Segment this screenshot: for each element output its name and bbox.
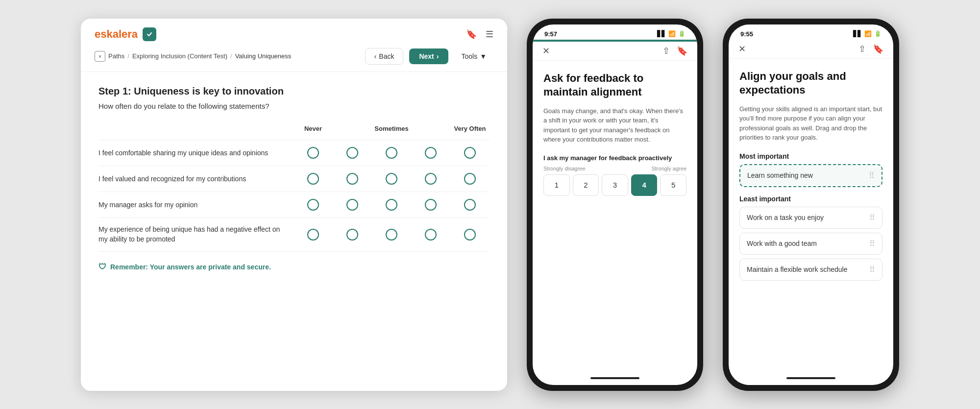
shield-icon: 🛡 bbox=[98, 263, 106, 271]
radio-2-3[interactable] bbox=[386, 173, 397, 185]
radio-3-3[interactable] bbox=[386, 199, 397, 211]
wifi-icon: 📶 bbox=[668, 30, 676, 37]
phone2-mockup: 9:55 ▋▋ 📶 🔋 ✕ ⇧ 🔖 Align your goals and e… bbox=[723, 19, 899, 391]
phone1-nav-right: ⇧ 🔖 bbox=[662, 46, 687, 56]
radio-3-5[interactable] bbox=[464, 199, 476, 211]
next-button[interactable]: Next › bbox=[409, 48, 448, 64]
radio-1-3[interactable] bbox=[386, 147, 397, 159]
radio-3-2[interactable] bbox=[346, 199, 358, 211]
row-label-4: My experience of being unique has had a … bbox=[98, 225, 294, 244]
row-label-2: I feel valued and recognized for my cont… bbox=[98, 174, 294, 184]
radio-3-1[interactable] bbox=[307, 199, 319, 211]
phone2-title: Align your goals and expectations bbox=[739, 70, 882, 97]
phone2-time: 9:55 bbox=[740, 30, 753, 38]
back-button[interactable]: ‹ Back bbox=[365, 48, 404, 65]
back-label: Back bbox=[379, 52, 394, 60]
drag-handle-3[interactable]: ⠿ bbox=[869, 265, 875, 274]
col-very-often: Very Often bbox=[450, 125, 490, 133]
breadcrumb-paths[interactable]: Paths bbox=[108, 52, 124, 60]
scale-btn-2[interactable]: 2 bbox=[573, 174, 599, 196]
radio-4-2[interactable] bbox=[346, 229, 358, 241]
radio-4-4[interactable] bbox=[425, 229, 437, 241]
scale-btn-1[interactable]: 1 bbox=[543, 174, 570, 196]
radio-2-5[interactable] bbox=[464, 173, 476, 185]
home-bar-2 bbox=[786, 377, 835, 379]
phone1-home-indicator bbox=[533, 371, 697, 385]
logo-area: eskalera bbox=[95, 27, 156, 41]
phone1-scale-sublabels: Strongly disagree Strongly agree bbox=[543, 166, 686, 171]
table-row: I feel comfortable sharing my unique ide… bbox=[98, 140, 490, 166]
battery-icon: 🔋 bbox=[874, 30, 882, 37]
phone1-nav: ✕ ⇧ 🔖 bbox=[533, 42, 697, 61]
logo-text: eskalera bbox=[95, 28, 138, 41]
phone2-close-icon[interactable]: ✕ bbox=[738, 44, 746, 54]
phone1-title: Ask for feedback to maintain alignment bbox=[543, 72, 686, 99]
chevron-left-icon: ‹ bbox=[374, 52, 377, 60]
radio-2-2[interactable] bbox=[346, 173, 358, 185]
drag-handle-2[interactable]: ⠿ bbox=[869, 239, 875, 248]
radio-2-1[interactable] bbox=[307, 173, 319, 185]
phone2-screen: 9:55 ▋▋ 📶 🔋 ✕ ⇧ 🔖 Align your goals and e… bbox=[729, 24, 893, 385]
col-sometimes2 bbox=[411, 125, 450, 133]
phone1-scale-label: I ask my manager for feedback proactivel… bbox=[543, 154, 686, 162]
phone1-status-bar: 9:57 ▋▋ 📶 🔋 bbox=[533, 24, 697, 40]
tools-label: Tools bbox=[461, 52, 477, 60]
least-important-goal-2[interactable]: Work with a good team ⠿ bbox=[739, 233, 882, 255]
desktop-content: Step 1: Uniqueness is key to innovation … bbox=[81, 72, 507, 391]
breadcrumb-close-button[interactable]: × bbox=[95, 51, 105, 62]
radio-4-5[interactable] bbox=[464, 229, 476, 241]
scale-strongly-agree: Strongly agree bbox=[651, 166, 686, 171]
phone1-content: Ask for feedback to maintain alignment G… bbox=[533, 61, 697, 371]
scale-btn-5[interactable]: 5 bbox=[660, 174, 686, 196]
radio-2-4[interactable] bbox=[425, 173, 437, 185]
row-label-1: I feel comfortable sharing my unique ide… bbox=[98, 148, 294, 158]
tools-button[interactable]: Tools ▼ bbox=[454, 48, 493, 64]
phone2-share-icon[interactable]: ⇧ bbox=[858, 44, 866, 54]
most-important-goal-card[interactable]: Learn something new ⠿ bbox=[739, 164, 882, 187]
bookmark-icon[interactable]: 🔖 bbox=[466, 29, 477, 40]
col-sometimes: Sometimes bbox=[372, 125, 411, 133]
radio-1-2[interactable] bbox=[346, 147, 358, 159]
phone2-home-indicator bbox=[729, 371, 893, 385]
scale-btn-4[interactable]: 4 bbox=[631, 174, 658, 196]
battery-icon: 🔋 bbox=[678, 30, 686, 37]
phone1-bookmark-icon[interactable]: 🔖 bbox=[677, 46, 687, 56]
signal-icon: ▋▋ bbox=[657, 30, 666, 37]
phone2-description: Getting your skills aligned is an import… bbox=[739, 104, 882, 143]
survey-header-row: Never Sometimes Very Often bbox=[98, 122, 490, 141]
radio-4-1[interactable] bbox=[307, 229, 319, 241]
phone2-status-icons: ▋▋ 📶 🔋 bbox=[853, 30, 882, 37]
least-important-goal-1[interactable]: Work on a task you enjoy ⠿ bbox=[739, 207, 882, 229]
drag-handle-1[interactable]: ⠿ bbox=[869, 213, 875, 222]
least-goal-text-3: Maintain a flexible work schedule bbox=[747, 265, 847, 273]
least-important-goal-3[interactable]: Maintain a flexible work schedule ⠿ bbox=[739, 259, 882, 281]
radio-1-5[interactable] bbox=[464, 147, 476, 159]
privacy-text: Remember: Your answers are private and s… bbox=[110, 263, 271, 271]
phone1-description: Goals may change, and that's okay. When … bbox=[543, 106, 686, 144]
drag-handle-most[interactable]: ⠿ bbox=[869, 171, 875, 180]
nav-controls: ‹ Back Next › Tools ▼ bbox=[365, 48, 493, 65]
goals-section: Most important Learn something new ⠿ Lea… bbox=[739, 152, 882, 281]
breadcrumb: × Paths / Exploring Inclusion (Content T… bbox=[95, 51, 291, 62]
radio-3-4[interactable] bbox=[425, 199, 437, 211]
phone1-close-icon[interactable]: ✕ bbox=[542, 46, 550, 56]
breadcrumb-module[interactable]: Exploring Inclusion (Content Test) bbox=[132, 52, 227, 60]
breadcrumb-current: Valuing Uniqueness bbox=[235, 52, 292, 60]
radio-1-1[interactable] bbox=[307, 147, 319, 159]
table-row: I feel valued and recognized for my cont… bbox=[98, 166, 490, 192]
phone2-content: Align your goals and expectations Gettin… bbox=[729, 59, 893, 371]
radio-1-4[interactable] bbox=[425, 147, 437, 159]
phone2-nav-right: ⇧ 🔖 bbox=[858, 44, 883, 54]
phone2-bookmark-icon[interactable]: 🔖 bbox=[873, 44, 883, 54]
logo-icon bbox=[143, 27, 156, 41]
menu-icon[interactable]: ☰ bbox=[486, 29, 493, 40]
radio-4-3[interactable] bbox=[386, 229, 397, 241]
step-title: Step 1: Uniqueness is key to innovation bbox=[98, 86, 490, 97]
step-question: How often do you relate to the following… bbox=[98, 102, 490, 110]
phone1-mockup: 9:57 ▋▋ 📶 🔋 ✕ ⇧ 🔖 Ask for feedback to ma… bbox=[527, 19, 703, 391]
home-bar bbox=[590, 377, 639, 379]
least-goal-text-1: Work on a task you enjoy bbox=[747, 214, 824, 221]
scale-btn-3[interactable]: 3 bbox=[602, 174, 628, 196]
phone1-share-icon[interactable]: ⇧ bbox=[662, 46, 670, 56]
desktop-card: eskalera 🔖 ☰ × Paths / Exploring Inclusi… bbox=[81, 19, 507, 391]
